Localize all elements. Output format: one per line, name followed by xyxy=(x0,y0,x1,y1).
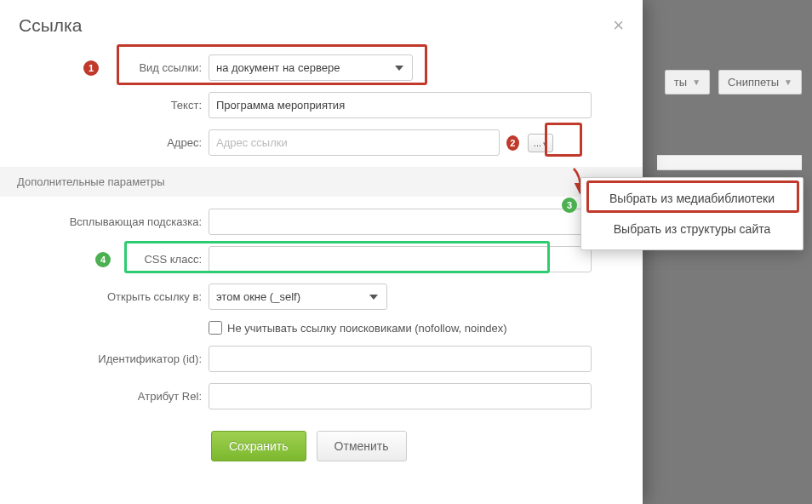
row-open-in: Открыть ссылку в: этом окне (_self) xyxy=(0,284,643,310)
label-open-in: Открыть ссылку в: xyxy=(0,290,209,303)
chevron-down-icon: ▼ xyxy=(784,77,792,87)
section-additional-params: Дополнительные параметры xyxy=(0,167,643,197)
row-address: Адрес: 2 ... xyxy=(0,129,643,156)
rel-input[interactable] xyxy=(209,383,592,410)
label-identifier: Идентификатор (id): xyxy=(0,352,209,365)
row-identifier: Идентификатор (id): xyxy=(0,346,643,372)
annotation-marker-1: 1 xyxy=(83,60,99,76)
row-rel: Атрибут Rel: xyxy=(0,383,643,410)
dropdown-site-structure[interactable]: Выбрать из структуры сайта xyxy=(581,214,803,244)
link-dialog: Ссылка × 1 Вид ссылки: на документ на се… xyxy=(0,0,643,504)
row-tooltip: Всплывающая подсказка: xyxy=(0,209,643,235)
label-rel: Атрибут Rel: xyxy=(0,390,209,403)
annotation-marker-3: 3 xyxy=(562,198,577,213)
tooltip-input[interactable] xyxy=(209,209,592,235)
row-link-type: 1 Вид ссылки: на документ на сервере xyxy=(0,54,643,81)
open-in-select[interactable]: этом окне (_self) xyxy=(209,284,387,310)
browse-button[interactable]: ... xyxy=(528,134,553,152)
dropdown-media-library[interactable]: Выбрать из медиабиблиотеки xyxy=(581,183,803,214)
row-nofollow: Не учитывать ссылку поисковиками (nofoll… xyxy=(0,321,643,335)
label-link-type: Вид ссылки: xyxy=(0,61,209,74)
annotation-marker-4: 4 xyxy=(95,252,111,267)
dialog-header: Ссылка × xyxy=(0,0,643,46)
bg-button-label: ты xyxy=(674,76,687,89)
bg-button-partial[interactable]: ты ▼ xyxy=(665,70,710,94)
css-class-input[interactable] xyxy=(209,246,592,272)
dialog-buttons: Сохранить Отменить xyxy=(0,431,643,461)
bg-button-label: Сниппеты xyxy=(728,76,779,89)
browse-dropdown: Выбрать из медиабиблиотеки Выбрать из ст… xyxy=(580,177,803,250)
label-address: Адрес: xyxy=(0,136,209,149)
bg-button-snippets[interactable]: Сниппеты ▼ xyxy=(718,70,802,94)
address-input[interactable] xyxy=(209,129,500,156)
dialog-title: Ссылка xyxy=(19,15,82,36)
save-button[interactable]: Сохранить xyxy=(211,431,306,461)
label-text: Текст: xyxy=(0,99,209,112)
row-text: Текст: xyxy=(0,92,643,118)
background-toolbar: ты ▼ Сниппеты ▼ xyxy=(665,70,802,94)
annotation-marker-2: 2 xyxy=(506,135,519,151)
text-input[interactable] xyxy=(209,92,592,118)
row-css-class: 4 CSS класс: xyxy=(0,246,643,272)
chevron-down-icon: ▼ xyxy=(692,77,700,87)
nofollow-label: Не учитывать ссылку поисковиками (nofoll… xyxy=(227,322,507,335)
nofollow-checkbox[interactable] xyxy=(209,321,222,335)
link-type-select[interactable]: на документ на сервере xyxy=(209,54,413,81)
form: 1 Вид ссылки: на документ на сервере Тек… xyxy=(0,46,643,461)
bg-strip xyxy=(657,155,802,170)
label-tooltip: Всплывающая подсказка: xyxy=(0,215,209,228)
cancel-button[interactable]: Отменить xyxy=(317,431,407,461)
identifier-input[interactable] xyxy=(209,346,592,372)
close-icon[interactable]: × xyxy=(613,16,624,35)
